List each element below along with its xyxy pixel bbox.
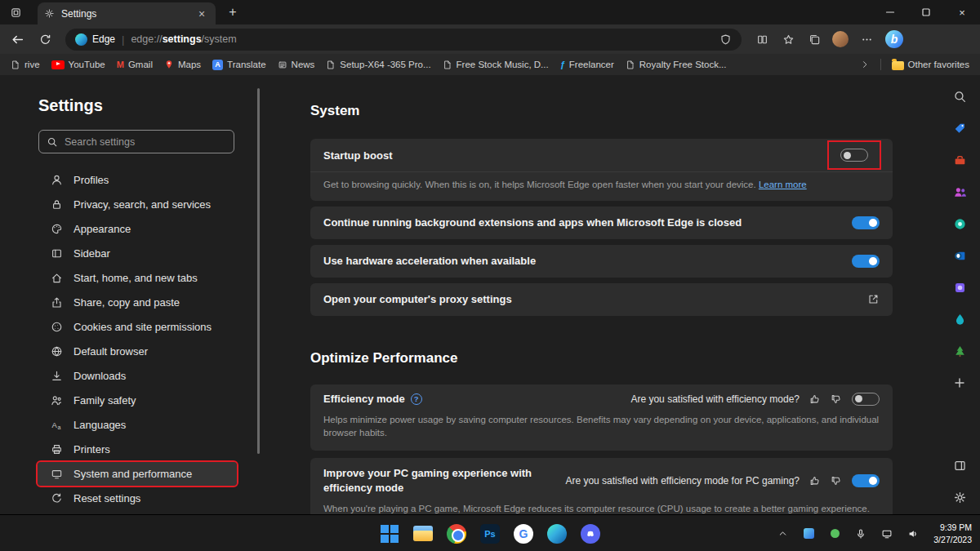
- back-button[interactable]: [5, 28, 29, 51]
- sidebar-item-default-browser[interactable]: Default browser: [38, 340, 237, 363]
- sidebar-item-appearance[interactable]: Appearance: [38, 217, 237, 241]
- sidebar-search-icon[interactable]: [945, 82, 974, 111]
- menu-icon[interactable]: [854, 28, 879, 51]
- section-heading-optimize: Optimize Performance: [310, 350, 893, 367]
- thumbs-down-icon[interactable]: [831, 475, 842, 487]
- background-extensions-toggle[interactable]: [852, 216, 880, 229]
- designer-icon[interactable]: [945, 273, 974, 302]
- minimize-button[interactable]: [872, 0, 908, 24]
- sidebar-item-downloads[interactable]: Downloads: [38, 364, 237, 388]
- other-favorites-folder[interactable]: Other favorites: [886, 58, 975, 72]
- new-tab-button[interactable]: +: [222, 3, 243, 21]
- discover-icon[interactable]: [945, 209, 974, 238]
- clock-time: 9:39 PM: [933, 522, 972, 533]
- sidebar-item-cookies-permissions[interactable]: Cookies and site permissions: [38, 315, 237, 339]
- people-icon[interactable]: [945, 177, 974, 207]
- sidebar-item-privacy[interactable]: Privacy, search, and services: [38, 193, 237, 216]
- tray-app-icon[interactable]: [798, 522, 819, 546]
- workspaces-icon[interactable]: [5, 3, 26, 21]
- svg-text:A: A: [51, 421, 57, 429]
- thumbs-up-icon[interactable]: [809, 475, 821, 487]
- sidebar-toggle-icon[interactable]: [945, 451, 974, 480]
- collections-icon[interactable]: [802, 28, 826, 51]
- start-button[interactable]: [376, 520, 403, 548]
- favorites-divider: [880, 59, 881, 70]
- favorite-item[interactable]: Free Stock Music, D...: [437, 58, 555, 72]
- favorite-item[interactable]: rive: [5, 58, 46, 72]
- outlook-icon[interactable]: [945, 241, 974, 270]
- sidebar-item-sidebar[interactable]: Sidebar: [38, 242, 237, 265]
- photoshop-icon[interactable]: Ps: [476, 520, 504, 548]
- sidebar-item-profiles[interactable]: Profiles: [38, 168, 237, 192]
- efficiency-mode-toggle[interactable]: [852, 393, 880, 406]
- sidebar-item-start-home[interactable]: Start, home, and new tabs: [38, 266, 237, 290]
- favorite-item[interactable]: News: [272, 58, 321, 72]
- tray-chevron-up-icon[interactable]: [772, 522, 793, 546]
- favorite-item[interactable]: Royalty Free Stock...: [620, 58, 733, 72]
- sidebar-item-family-safety[interactable]: Family safety: [38, 389, 237, 412]
- favorite-item[interactable]: M Gmail: [111, 58, 158, 71]
- sidebar-item-reset-settings[interactable]: Reset settings: [38, 487, 237, 510]
- address-divider: |: [122, 33, 124, 46]
- lock-icon: [51, 198, 63, 211]
- chrome-icon[interactable]: [443, 520, 470, 548]
- sidebar-settings-gear-icon[interactable]: [945, 482, 974, 512]
- youtube-icon: [51, 60, 65, 69]
- proxy-settings-row[interactable]: Open your computer's proxy settings: [310, 283, 893, 316]
- refresh-button[interactable]: [33, 28, 57, 51]
- favorite-item[interactable]: ƒ Freelancer: [555, 58, 620, 71]
- favorites-icon[interactable]: [776, 28, 800, 51]
- favorite-item[interactable]: Maps: [158, 57, 207, 72]
- title-bar: Settings × + ×: [0, 0, 980, 24]
- hardware-acceleration-toggle[interactable]: [852, 255, 880, 268]
- speaker-icon[interactable]: [902, 522, 924, 546]
- favorite-item[interactable]: A Translate: [207, 58, 272, 72]
- address-bar[interactable]: Edge | edge://settings/system: [65, 29, 742, 51]
- settings-search-input[interactable]: [65, 136, 226, 148]
- settings-search-box[interactable]: [38, 130, 234, 153]
- drop-icon[interactable]: [945, 304, 974, 334]
- edge-taskbar-icon[interactable]: [543, 520, 571, 548]
- browser-tab-settings[interactable]: Settings ×: [38, 2, 216, 24]
- file-explorer-icon[interactable]: [409, 520, 437, 548]
- shopping-icon[interactable]: [945, 113, 974, 143]
- sidebar-item-share-copy-paste[interactable]: Share, copy and paste: [38, 291, 237, 314]
- page-icon: [626, 60, 635, 70]
- gear-icon: [44, 8, 55, 19]
- favorites-overflow-chevron[interactable]: [854, 58, 875, 71]
- startup-boost-toggle[interactable]: [840, 149, 868, 162]
- tree-icon[interactable]: [945, 336, 974, 366]
- site-badge: Edge: [75, 33, 115, 46]
- maximize-button[interactable]: [908, 0, 944, 24]
- google-app-icon[interactable]: G: [510, 520, 537, 548]
- sidebar-item-system-performance[interactable]: System and performance: [38, 462, 237, 486]
- favorite-item[interactable]: YouTube: [46, 58, 111, 71]
- site-badge-label: Edge: [92, 33, 115, 45]
- toolbox-icon[interactable]: [945, 145, 974, 175]
- site-protection-icon[interactable]: [719, 33, 732, 46]
- sidebar-item-languages[interactable]: Aa Languages: [38, 413, 237, 437]
- news-icon: [278, 60, 287, 70]
- section-heading-system: System: [310, 103, 893, 119]
- close-button[interactable]: ×: [944, 0, 980, 24]
- favorite-item[interactable]: Setup-X64 -365 Pro...: [320, 58, 436, 72]
- thumbs-up-icon[interactable]: [809, 393, 821, 405]
- sidebar-item-printers[interactable]: Printers: [38, 438, 237, 461]
- family-icon: [51, 394, 63, 407]
- gaming-efficiency-toggle[interactable]: [852, 474, 880, 487]
- learn-more-link[interactable]: Learn more: [759, 180, 807, 189]
- split-screen-icon[interactable]: [750, 28, 774, 51]
- discord-icon[interactable]: [577, 520, 604, 548]
- palette-icon: [51, 223, 63, 235]
- tray-status-icon[interactable]: [824, 522, 845, 546]
- taskbar-clock[interactable]: 9:39 PM 3/27/2023: [933, 522, 972, 544]
- display-cast-icon[interactable]: [876, 522, 898, 546]
- help-icon[interactable]: ?: [411, 393, 422, 405]
- thumbs-down-icon[interactable]: [831, 393, 842, 405]
- bing-chat-icon[interactable]: b: [880, 27, 908, 51]
- sidebar-scrollbar[interactable]: [257, 88, 260, 454]
- tab-close-icon[interactable]: ×: [194, 7, 209, 21]
- microphone-icon[interactable]: [850, 522, 871, 546]
- profile-avatar[interactable]: [828, 28, 853, 51]
- add-to-sidebar-icon[interactable]: [945, 368, 974, 398]
